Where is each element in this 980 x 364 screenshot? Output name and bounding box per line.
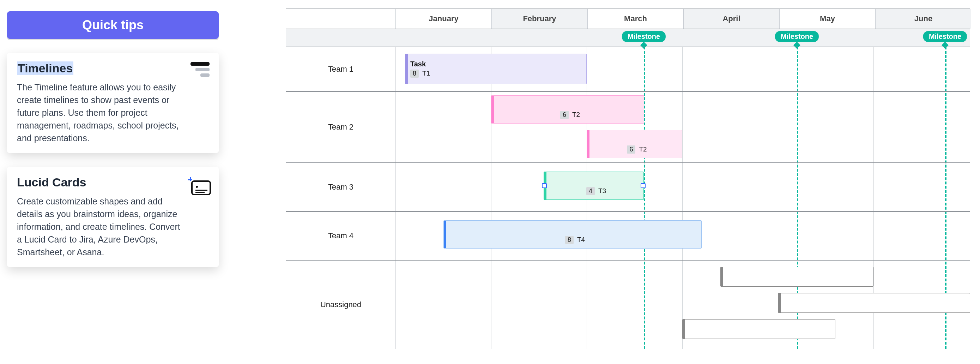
milestone-marker[interactable]: Milestone	[622, 31, 666, 48]
lane-label: Team 1	[286, 47, 395, 91]
month-cell: January	[395, 9, 492, 29]
bar-edge	[682, 319, 685, 338]
bar-edge	[721, 267, 723, 286]
bar-badge: 6	[627, 145, 635, 153]
lane-team-1: Team 1 Task 8 T1	[286, 46, 970, 91]
tip-card-body: The Timeline feature allows you to easil…	[17, 81, 186, 144]
empty-task-bar[interactable]	[682, 319, 835, 339]
milestone-marker[interactable]: Milestone	[923, 31, 967, 48]
task-bar[interactable]: 8 T4	[444, 220, 702, 249]
month-cell: April	[683, 9, 779, 29]
bar-tag: T3	[598, 187, 606, 195]
tip-card-title: Lucid Cards	[17, 176, 209, 189]
lane-unassigned: Unassigned	[286, 260, 970, 349]
lane-label: Unassigned	[286, 260, 395, 349]
lane-team-4: Team 4 8 T4	[286, 211, 970, 260]
tip-card-timelines: Timelines The Timeline feature allows yo…	[7, 53, 219, 153]
month-cell: March	[587, 9, 683, 29]
lane-label: Team 2	[286, 92, 395, 163]
bar-title: Task	[410, 60, 586, 68]
bar-edge	[778, 294, 781, 313]
milestone-label: Milestone	[775, 31, 819, 42]
lane-team-3: Team 3 4 T3	[286, 163, 970, 211]
tip-card-title: Timelines	[17, 61, 73, 75]
task-bar[interactable]: 6 T2	[587, 130, 682, 158]
timeline-container[interactable]: January February March April May June Mi…	[286, 8, 970, 349]
milestone-label: Milestone	[923, 31, 967, 42]
bar-tag: T2	[572, 111, 580, 119]
task-bar[interactable]: Task 8 T1	[405, 54, 587, 84]
tip-card-body: Create customizable shapes and add detai…	[17, 195, 186, 259]
month-cell: May	[779, 9, 875, 29]
tip-card-lucid-cards: Lucid Cards Create customizable shapes a…	[7, 167, 219, 267]
lucid-card-icon	[187, 176, 210, 193]
empty-task-bar[interactable]	[778, 293, 970, 313]
lane-label: Team 3	[286, 163, 395, 211]
priority-bars-icon	[191, 62, 210, 79]
bar-badge: 8	[410, 70, 419, 78]
bar-badge: 8	[565, 236, 574, 244]
milestone-marker[interactable]: Milestone	[775, 31, 819, 48]
bar-badge: 4	[586, 187, 595, 195]
resize-handle-right[interactable]	[641, 183, 646, 188]
quick-tips-header: Quick tips	[7, 11, 219, 39]
svg-point-3	[196, 186, 198, 188]
task-bar-selected[interactable]: 4 T3	[544, 172, 644, 200]
bar-badge: 6	[560, 111, 569, 119]
month-cell: June	[875, 9, 971, 29]
task-bar[interactable]: 6 T2	[491, 95, 644, 124]
lanes-area[interactable]: Team 1 Task 8 T1	[286, 46, 970, 349]
lane-label: Team 4	[286, 212, 395, 260]
lane-team-2: Team 2 6 T2 6 T2	[286, 91, 970, 163]
bar-tag: T2	[639, 145, 647, 153]
bar-tag: T1	[422, 70, 430, 78]
month-cell: February	[492, 9, 587, 29]
resize-handle-left[interactable]	[542, 183, 547, 188]
month-header-row: January February March April May June	[286, 9, 970, 29]
milestone-row: Milestone Milestone Milestone	[286, 29, 970, 46]
empty-task-bar[interactable]	[721, 267, 873, 287]
bar-tag: T4	[577, 236, 585, 244]
milestone-label: Milestone	[622, 31, 666, 42]
